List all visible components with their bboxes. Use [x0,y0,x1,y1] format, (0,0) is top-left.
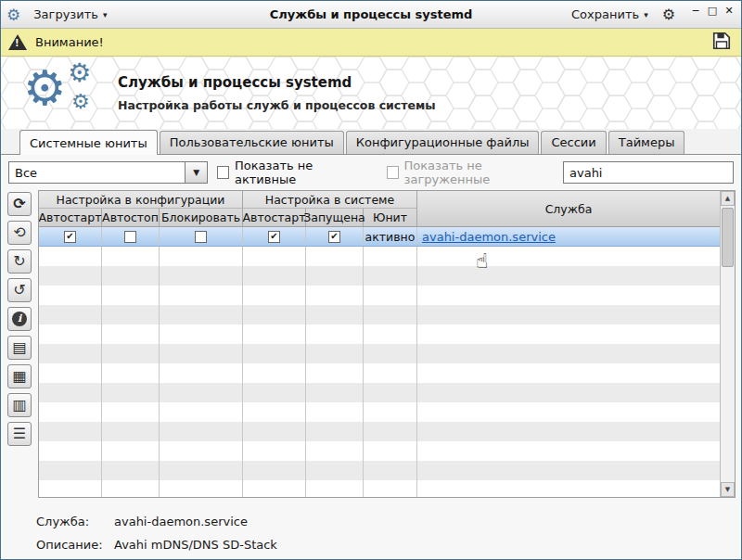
app-logo-gears: ⚙ ⚙ ⚙ [23,62,109,123]
table-row-empty [39,344,720,363]
col-header-autostop[interactable]: Автостоп [102,209,160,226]
show-unloaded-checkbox[interactable]: Показать не загруженные [387,159,554,186]
tab-user-units[interactable]: Пользовательские юниты [160,131,344,154]
save-menu-label: Сохранить [571,7,639,21]
table-cell-empty [306,383,364,402]
col-header-unit[interactable]: Юнит [364,209,417,226]
header-banner: ⚙ ⚙ ⚙ Службы и процессы systemd Настройк… [1,57,741,129]
table-cell-empty [417,325,720,344]
table-cell-empty [243,402,306,422]
table-cell-empty [306,363,364,383]
table-cell-empty [364,247,417,266]
table-cell-empty [160,402,243,422]
checkbox-config-block[interactable] [195,231,207,243]
reload-daemon-button[interactable]: ⟲ [7,221,32,245]
table-cell-empty [160,461,243,480]
scroll-up-button[interactable]: ▲ [721,191,735,206]
revert-button[interactable]: ↺ [7,278,32,302]
table-cell-empty [243,363,306,383]
vertical-scrollbar[interactable]: ▲ ▼ [720,191,735,497]
settings-gear-button[interactable]: ⚙ [656,3,682,26]
check-icon: ✔ [66,232,73,241]
table-cell-empty [39,441,102,461]
col-header-autostart-config[interactable]: Автостарт [39,209,102,226]
description-detail-label: Описание: [36,538,114,552]
minimize-button[interactable]: ─ [687,3,704,19]
tab-timers[interactable]: Таймеры [608,131,685,154]
description-detail-value: Avahi mDNS/DNS SD-Stack [114,538,277,552]
warning-triangle-icon: ! [8,34,27,50]
table-row-empty [39,422,720,441]
save-file-button[interactable] [710,29,734,56]
table-cell-empty [306,286,364,305]
restart-icon: ↻ [13,254,25,269]
table-cell-empty [39,344,102,363]
table-cell-empty [39,305,102,325]
table-cell-empty [417,480,720,497]
table-cell-empty [364,344,417,363]
save-menu-button[interactable]: Сохранить ▾ [564,4,656,25]
log-icon: ▥ [12,398,26,413]
checkbox-config-autostop[interactable] [124,231,136,243]
table-cell-empty [243,441,306,461]
table-cell-empty [364,441,417,461]
group-header-config: Настройка в конфигурации [39,191,243,209]
table-cell-empty [243,305,306,325]
col-header-service[interactable]: Служба [417,191,720,226]
restart-service-button[interactable]: ↻ [7,249,32,274]
col-header-block[interactable]: Блокировать [160,209,243,226]
show-inactive-label: Показать не активные [235,159,363,186]
list-dependencies-button[interactable]: ☰ [7,422,32,446]
checkbox-system-running[interactable]: ✔ [328,231,340,243]
tab-bar: Системные юниты Пользовательские юниты К… [1,129,741,155]
table-cell-empty [39,402,102,422]
search-input[interactable] [563,161,734,184]
view-log-button[interactable]: ▥ [7,393,32,417]
close-button[interactable]: ✕ [721,3,737,19]
check-icon: ✔ [330,232,338,241]
table-row-empty [39,266,720,286]
table-cell-empty [364,363,417,383]
refresh-button[interactable]: ⟳ [7,192,32,216]
service-link[interactable]: avahi-daemon.service [422,230,556,244]
dropdown-arrow-icon: ▼ [185,162,207,183]
table-cell-empty [417,363,720,383]
edit-unit-file-button[interactable]: ▦ [7,364,32,388]
tab-system-units[interactable]: Системные юниты [19,130,158,155]
view-unit-file-button[interactable]: ▤ [7,336,32,360]
scroll-down-button[interactable]: ▼ [721,482,735,497]
table-cell-empty [417,441,720,461]
scrollbar-track[interactable] [721,206,735,482]
scrollbar-thumb[interactable] [722,208,734,267]
chevron-down-icon: ▾ [103,10,108,19]
table-cell-empty [39,247,102,266]
table-cell-empty [364,286,417,305]
table-row-empty [39,363,720,383]
table-row-empty [39,383,720,402]
info-button[interactable]: i [7,307,32,331]
table-row-empty [39,480,720,497]
table-cell-empty [364,402,417,422]
table-cell-empty [243,266,306,286]
table-cell-empty [306,247,364,266]
table-cell-empty [102,286,160,305]
table-row-empty [39,325,720,344]
table-cell-empty [243,383,306,402]
show-inactive-checkbox[interactable]: Показать не активные [217,159,363,186]
col-header-autostart-system[interactable]: Автостарт [243,209,306,226]
table-cell-empty [39,383,102,402]
table-row-service[interactable]: ✔ ✔ ✔ активно avahi-daemon.service [39,227,720,247]
col-header-running[interactable]: Запущена [306,209,364,226]
load-menu-button[interactable]: Загрузить ▾ [26,4,114,25]
tab-config-files[interactable]: Конфигурационные файлы [346,131,540,154]
tab-sessions[interactable]: Сессии [541,131,606,154]
checkbox-system-autostart[interactable]: ✔ [268,231,280,243]
window-title: Службы и процессы systemd [140,7,602,21]
scope-dropdown[interactable]: Все ▼ [8,161,208,184]
maximize-button[interactable]: □ [704,3,721,19]
table-cell-empty [364,266,417,286]
table-cell-empty [102,325,160,344]
table-cell-empty [102,305,160,325]
services-table: Настройка в конфигурации Настройка в сис… [38,190,736,498]
checkbox-config-autostart[interactable]: ✔ [64,231,76,243]
